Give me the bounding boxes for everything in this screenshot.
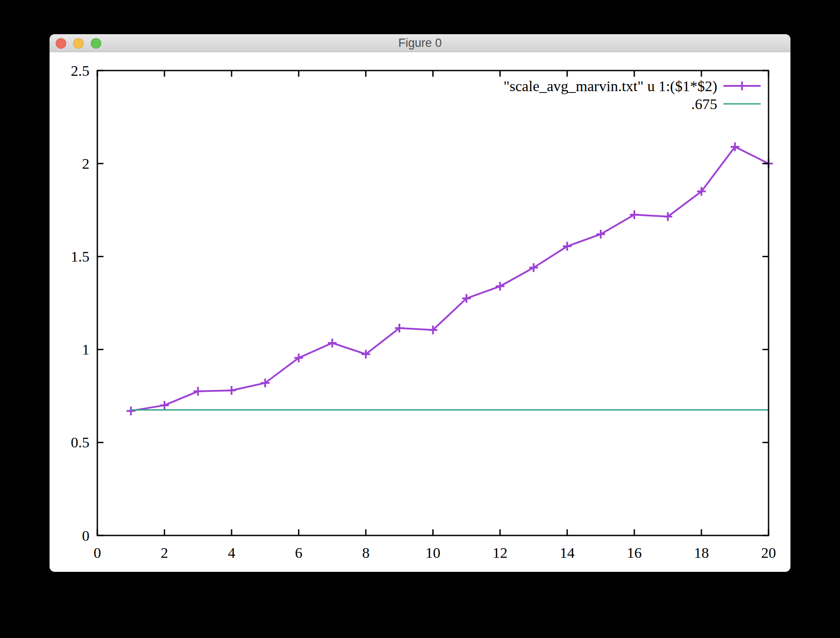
y-tick-label: 2 xyxy=(82,156,89,172)
x-tick-label: 8 xyxy=(362,545,370,561)
x-tick-label: 12 xyxy=(493,545,508,561)
screen-background: Figure 0 0246810121416182000.511.522.5"s… xyxy=(0,0,840,638)
plus-marker xyxy=(194,387,203,396)
y-tick-label: 2.5 xyxy=(71,63,90,79)
x-tick-label: 10 xyxy=(426,545,441,561)
plus-marker xyxy=(738,82,747,90)
y-axis: 00.511.522.5 xyxy=(71,63,769,544)
y-tick-label: 0.5 xyxy=(71,434,90,450)
plus-marker xyxy=(127,407,135,415)
x-tick-label: 2 xyxy=(161,545,168,561)
x-tick-label: 18 xyxy=(694,545,709,561)
data-line xyxy=(131,147,769,411)
plus-marker xyxy=(596,230,605,238)
x-tick-label: 0 xyxy=(94,545,101,561)
y-tick-label: 0 xyxy=(82,528,89,544)
plot-canvas: 0246810121416182000.511.522.5"scale_avg_… xyxy=(0,0,840,638)
plus-marker xyxy=(160,401,169,410)
plus-marker xyxy=(496,282,505,291)
x-axis: 02468101214161820 xyxy=(94,71,776,561)
x-tick-label: 20 xyxy=(761,545,776,561)
plus-marker xyxy=(630,210,639,219)
plus-marker xyxy=(563,242,572,251)
y-tick-label: 1 xyxy=(82,341,89,358)
plus-marker xyxy=(227,386,236,395)
x-tick-label: 14 xyxy=(560,545,575,561)
x-tick-label: 16 xyxy=(627,545,642,561)
legend-label: .675 xyxy=(691,96,718,112)
plot-border xyxy=(97,71,769,535)
plus-marker xyxy=(328,339,337,347)
plot-series xyxy=(127,142,773,415)
legend: "scale_avg_marvin.txt" u 1:($1*$2).675 xyxy=(503,78,761,112)
legend-label: "scale_avg_marvin.txt" u 1:($1*$2) xyxy=(503,78,717,95)
x-tick-label: 4 xyxy=(228,545,235,561)
data-markers xyxy=(127,142,773,415)
y-tick-label: 1.5 xyxy=(71,248,90,265)
x-tick-label: 6 xyxy=(295,545,303,561)
plus-marker xyxy=(529,263,538,272)
